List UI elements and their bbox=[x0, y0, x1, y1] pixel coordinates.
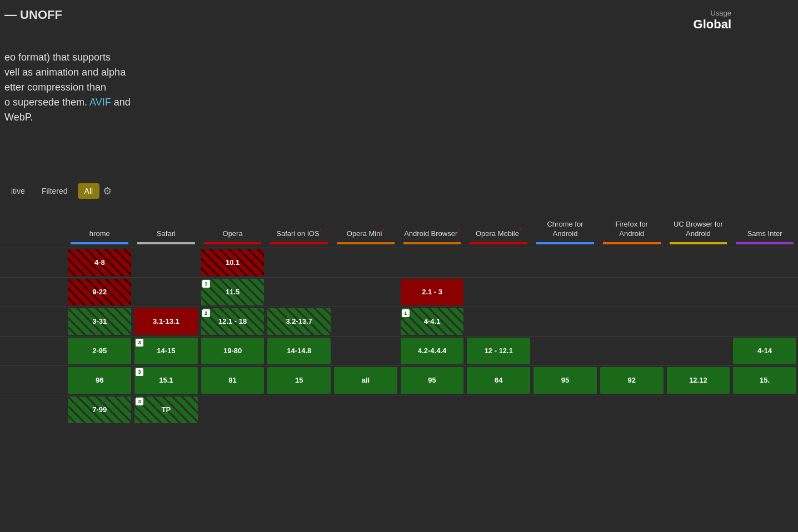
table-cell bbox=[266, 248, 332, 277]
cell-value: 7-99 bbox=[92, 405, 107, 414]
table-cell: 14-14.8 bbox=[266, 336, 332, 365]
cell-feature bbox=[0, 307, 66, 336]
usage-section: Usage Global bbox=[694, 9, 731, 32]
cell-value: 11.5 bbox=[226, 288, 240, 296]
table-cell bbox=[731, 307, 798, 336]
table-cell bbox=[731, 395, 798, 424]
table-row: 4-810.1 bbox=[0, 248, 798, 277]
table-cell: 4-8 bbox=[66, 248, 133, 277]
global-label: Global bbox=[694, 17, 731, 32]
table-cell bbox=[665, 248, 732, 277]
cell-feature bbox=[0, 248, 66, 277]
table-cell: 3.1-13.1 bbox=[133, 307, 200, 336]
page-title: — UNOFF bbox=[0, 8, 62, 22]
table-cell bbox=[399, 248, 466, 277]
table-cell: 19-80 bbox=[200, 336, 266, 365]
filter-tab-all[interactable]: All bbox=[78, 183, 100, 199]
table-cell bbox=[598, 336, 665, 365]
th-safari-ios: Safari on iOS* bbox=[266, 217, 332, 248]
table-cell bbox=[399, 395, 466, 424]
table-cell bbox=[532, 307, 598, 336]
note-badge: 1 bbox=[402, 309, 410, 317]
table-cell: all bbox=[332, 365, 399, 395]
note-badge: 2 bbox=[202, 309, 210, 317]
table-cell: 314-15 bbox=[133, 336, 200, 365]
cell-value: 19-80 bbox=[223, 347, 242, 355]
table-cell bbox=[332, 395, 399, 424]
th-firefox-android: Firefox for Android bbox=[598, 217, 665, 248]
table-cell bbox=[332, 277, 399, 307]
cell-value: 3-31 bbox=[92, 317, 107, 325]
th-opera-mobile: Opera Mobile* bbox=[465, 217, 532, 248]
th-opera: Opera bbox=[200, 217, 266, 248]
th-safari: Safari bbox=[133, 217, 200, 248]
cell-value: 4-4.1 bbox=[424, 317, 441, 325]
cell-value: 12.1 - 18 bbox=[218, 317, 247, 325]
th-samsung: Sams Inter bbox=[731, 217, 798, 248]
table-header-row: hrome Safari Opera Safari on iOS* Opera … bbox=[0, 217, 798, 248]
note-badge: 3 bbox=[136, 398, 143, 405]
table-cell: 64 bbox=[465, 365, 532, 395]
table-cell bbox=[532, 277, 598, 307]
cell-value: 4-14 bbox=[757, 347, 772, 355]
th-feature bbox=[0, 217, 66, 248]
table-cell bbox=[731, 248, 798, 277]
gear-icon[interactable]: ⚙ bbox=[103, 185, 112, 197]
table-cell: 95 bbox=[532, 365, 598, 395]
table-row: 9-22111.52.1 - 3 bbox=[0, 277, 798, 307]
table-cell: 3TP bbox=[133, 395, 200, 424]
th-chrome-android: Chrome for Android bbox=[532, 217, 598, 248]
table-cell bbox=[731, 277, 798, 307]
table-cell: 81 bbox=[200, 365, 266, 395]
cell-value: 2.1 - 3 bbox=[422, 288, 442, 296]
title-text: — UNOFF bbox=[4, 8, 62, 22]
table-cell: 2-95 bbox=[66, 336, 133, 365]
table-cell bbox=[665, 277, 732, 307]
table-row: 3-313.1-13.1212.1 - 183.2-13.714-4.1 bbox=[0, 307, 798, 336]
table-cell bbox=[465, 277, 532, 307]
table-cell bbox=[598, 248, 665, 277]
table-cell bbox=[133, 248, 200, 277]
compat-table: hrome Safari Opera Safari on iOS* Opera … bbox=[0, 217, 798, 424]
table-cell: 15. bbox=[731, 365, 798, 395]
cell-value: all bbox=[362, 376, 370, 384]
table-cell: 95 bbox=[399, 365, 466, 395]
table-cell bbox=[332, 336, 399, 365]
filter-tab-itive[interactable]: itive bbox=[4, 183, 32, 199]
table-row: 7-993TP bbox=[0, 395, 798, 424]
table-cell: 3-31 bbox=[66, 307, 133, 336]
table-cell: 2.1 - 3 bbox=[399, 277, 466, 307]
cell-value: 95 bbox=[561, 376, 569, 384]
table-cell bbox=[598, 307, 665, 336]
cell-value: 64 bbox=[495, 376, 502, 384]
table-cell bbox=[665, 395, 732, 424]
cell-feature bbox=[0, 365, 66, 395]
table-row: 2-95314-1519-8014-14.84.2-4.4.412 - 12.1… bbox=[0, 336, 798, 365]
th-opera-mini: Opera Mini* bbox=[332, 217, 399, 248]
table-cell bbox=[598, 277, 665, 307]
table-cell: 212.1 - 18 bbox=[200, 307, 266, 336]
avif-link[interactable]: AVIF bbox=[89, 97, 111, 108]
table-cell: 4-14 bbox=[731, 336, 798, 365]
table-cell: 4.2-4.4.4 bbox=[399, 336, 466, 365]
cell-value: 14-15 bbox=[157, 347, 175, 355]
cell-value: 81 bbox=[228, 376, 236, 384]
table-cell: 111.5 bbox=[200, 277, 266, 307]
table-cell: 14-4.1 bbox=[399, 307, 466, 336]
usage-label: Usage bbox=[694, 9, 731, 17]
cell-value: 12.12 bbox=[689, 376, 707, 384]
table-cell bbox=[532, 395, 598, 424]
table-cell bbox=[532, 248, 598, 277]
table-cell: 12 - 12.1 bbox=[465, 336, 532, 365]
cell-feature bbox=[0, 336, 66, 365]
table-cell: 15 bbox=[266, 365, 332, 395]
table-cell bbox=[465, 307, 532, 336]
table-cell bbox=[598, 395, 665, 424]
table-cell: 9-22 bbox=[66, 277, 133, 307]
compat-table-container: hrome Safari Opera Safari on iOS* Opera … bbox=[0, 217, 798, 532]
th-chrome: hrome bbox=[66, 217, 133, 248]
cell-value: 92 bbox=[627, 376, 635, 384]
table-cell bbox=[200, 395, 266, 424]
cell-value: 10.1 bbox=[226, 258, 240, 267]
filter-tab-filtered[interactable]: Filtered bbox=[35, 183, 74, 199]
